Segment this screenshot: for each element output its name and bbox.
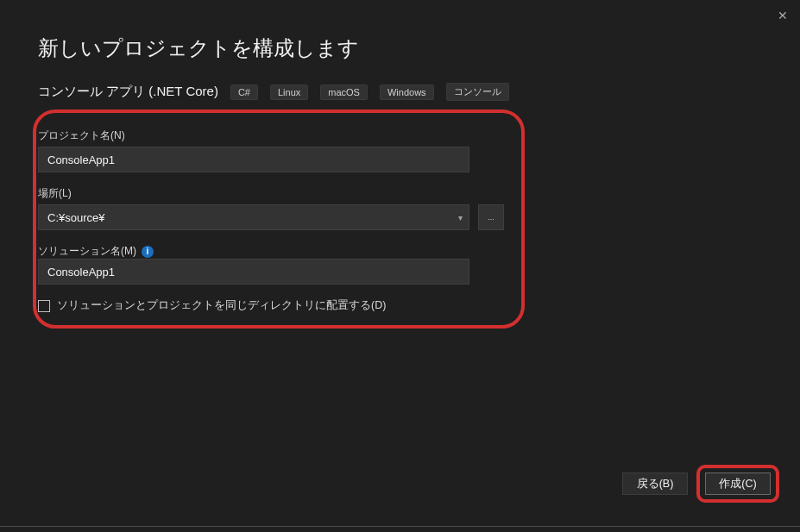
close-icon[interactable]: ✕ (778, 9, 788, 22)
template-row: コンソール アプリ (.NET Core) C# Linux macOS Win… (38, 83, 762, 101)
location-input[interactable] (38, 204, 469, 230)
solution-name-label: ソリューション名(M) (38, 244, 136, 259)
bottom-divider (0, 526, 800, 527)
project-name-label: プロジェクト名(N) (38, 128, 507, 143)
same-directory-checkbox[interactable] (38, 300, 50, 312)
browse-button[interactable]: ... (478, 204, 504, 230)
page-title: 新しいプロジェクトを構成します (38, 34, 762, 62)
same-directory-label: ソリューションとプロジェクトを同じディレクトリに配置する(D) (57, 298, 386, 313)
info-icon[interactable]: i (142, 246, 154, 258)
back-button[interactable]: 戻る(B) (622, 473, 688, 495)
location-combo[interactable]: ▾ (38, 204, 469, 230)
project-name-input[interactable] (38, 147, 469, 172)
solution-name-input[interactable] (38, 259, 469, 285)
location-label: 場所(L) (38, 186, 507, 201)
tag-linux: Linux (270, 84, 308, 100)
create-button-highlight: 作成(C) (696, 465, 779, 503)
tag-windows: Windows (380, 84, 434, 100)
template-name: コンソール アプリ (.NET Core) (38, 84, 218, 100)
tag-macos: macOS (320, 84, 368, 100)
tag-console: コンソール (446, 83, 509, 101)
create-button[interactable]: 作成(C) (705, 473, 771, 495)
configuration-highlight-region: プロジェクト名(N) 場所(L) ▾ ... ソリューション名(M) i ソリュ… (33, 110, 525, 329)
tag-csharp: C# (230, 84, 258, 100)
